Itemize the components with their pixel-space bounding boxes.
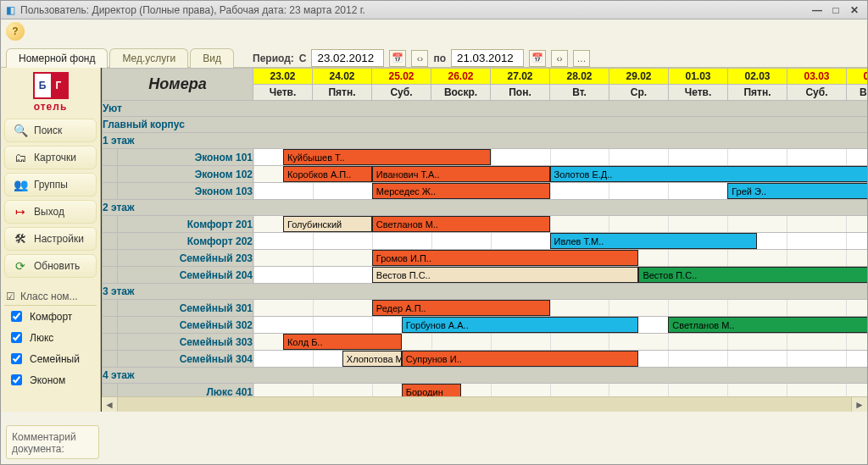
calendar-from-icon[interactable]: 📅: [389, 50, 406, 67]
booking-bar[interactable]: Голубинский: [283, 216, 372, 232]
horizontal-scrollbar[interactable]: ◄ ►: [102, 396, 867, 412]
date-to-input[interactable]: [451, 49, 524, 67]
close-button[interactable]: ✕: [847, 4, 862, 16]
timeline-row[interactable]: Громов И.П..Сос: [253, 250, 868, 267]
calendar-to-icon[interactable]: 📅: [529, 50, 546, 67]
timeline-row[interactable]: Куйбышев Т..: [253, 149, 868, 166]
date-header[interactable]: 01.03: [669, 69, 728, 85]
filter-item[interactable]: Эконом: [4, 369, 97, 390]
booking-bar[interactable]: Светланов М..: [372, 216, 550, 232]
filter-header[interactable]: Класс ном...: [20, 291, 78, 302]
booking-bar[interactable]: Светланов М..: [668, 317, 867, 333]
date-header[interactable]: 27.02: [491, 69, 550, 85]
minimize-button[interactable]: —: [810, 4, 825, 16]
room-checkbox-cell[interactable]: [103, 149, 118, 166]
filter-checkbox[interactable]: [11, 374, 22, 385]
filter-item[interactable]: Комфорт: [4, 306, 97, 327]
booking-bar[interactable]: Вестов П.С..: [638, 267, 867, 283]
date-header[interactable]: 03.03: [787, 69, 847, 85]
scroll-right-icon[interactable]: ►: [852, 397, 867, 412]
date-header[interactable]: 28.02: [550, 69, 609, 85]
room-name[interactable]: Комфорт 202: [118, 233, 253, 250]
date-header[interactable]: 29.02: [609, 69, 669, 85]
filter-checkbox[interactable]: [11, 353, 22, 364]
tab-med-services[interactable]: Мед.услуги: [109, 48, 188, 68]
room-name[interactable]: Семейный 204: [118, 267, 253, 284]
nav-from-icon[interactable]: ‹›: [411, 50, 428, 67]
room-name[interactable]: Эконом 103: [118, 183, 253, 200]
room-checkbox-cell[interactable]: [103, 300, 118, 317]
refresh-button[interactable]: ⟳Обновить: [4, 254, 97, 278]
maximize-button[interactable]: □: [828, 4, 843, 16]
booking-bar[interactable]: Горбунов А.А..: [402, 317, 639, 333]
timeline-row[interactable]: Бородин: [253, 384, 868, 397]
date-from-input[interactable]: [311, 49, 384, 67]
tab-rooms[interactable]: Номерной фонд: [6, 48, 108, 68]
timeline-row[interactable]: Редер А.П..: [253, 300, 868, 317]
booking-bar[interactable]: Иванович Т.А..: [372, 166, 550, 182]
room-checkbox-cell[interactable]: [103, 334, 118, 351]
tab-view[interactable]: Вид: [190, 48, 234, 68]
booking-bar[interactable]: Мерседес Ж..: [372, 183, 550, 199]
booking-bar[interactable]: Хлопотова М: [342, 351, 402, 367]
date-header[interactable]: 04.03: [847, 69, 868, 85]
booking-bar[interactable]: Бородин: [402, 384, 461, 396]
filter-check-icon[interactable]: ☑: [6, 291, 15, 302]
date-header[interactable]: 25.02: [372, 69, 431, 85]
room-name[interactable]: Семейный 303: [118, 334, 253, 351]
date-header[interactable]: 02.03: [728, 69, 787, 85]
filter-item[interactable]: Семейный: [4, 348, 97, 369]
booking-bar[interactable]: Колд Б..: [283, 334, 402, 350]
room-name[interactable]: Эконом 101: [118, 149, 253, 166]
room-checkbox-cell[interactable]: [103, 166, 118, 183]
date-header[interactable]: 26.02: [431, 69, 491, 85]
timeline-row[interactable]: Мерседес Ж..Грей Э..: [253, 183, 868, 200]
scroll-left-icon[interactable]: ◄: [102, 397, 117, 412]
settings-button[interactable]: 🛠Настройки: [4, 227, 97, 251]
filter-checkbox[interactable]: [11, 311, 22, 322]
booking-bar[interactable]: Вестов П.С..: [372, 267, 639, 283]
toolbar: ? Номерной фонд Мед.услуги Вид Период: С…: [1, 19, 867, 68]
room-checkbox-cell[interactable]: [103, 233, 118, 250]
room-name[interactable]: Семейный 301: [118, 300, 253, 317]
booking-bar[interactable]: Громов И.П..: [372, 250, 639, 266]
booking-bar[interactable]: Ивлев Т.М..: [550, 233, 758, 249]
booking-bar[interactable]: Коробков А.П..: [283, 166, 372, 182]
timeline-row[interactable]: Ивлев Т.М..: [253, 233, 868, 250]
search-button[interactable]: 🔍Поиск: [4, 119, 97, 142]
room-name[interactable]: Люкс 401: [118, 384, 253, 397]
nav-to-icon[interactable]: ‹›: [551, 50, 568, 67]
booking-bar[interactable]: Грей Э..: [727, 183, 867, 199]
room-checkbox-cell[interactable]: [103, 183, 118, 200]
room-checkbox-cell[interactable]: [103, 317, 118, 334]
date-header[interactable]: 24.02: [313, 69, 372, 85]
room-checkbox-cell[interactable]: [103, 216, 118, 233]
room-checkbox-cell[interactable]: [103, 267, 118, 284]
date-header[interactable]: 23.02: [253, 69, 313, 85]
room-name[interactable]: Семейный 302: [118, 317, 253, 334]
exit-button[interactable]: ↦Выход: [4, 200, 97, 224]
timeline-row[interactable]: ГолубинскийСветланов М..: [253, 216, 868, 233]
timeline-row[interactable]: Хлопотова МСупрунов И..: [253, 351, 868, 368]
filter-item[interactable]: Люкс: [4, 327, 97, 348]
booking-bar[interactable]: Редер А.П..: [372, 300, 550, 316]
room-name[interactable]: Комфорт 201: [118, 216, 253, 233]
booking-bar[interactable]: Золотов Е.Д..: [550, 166, 867, 182]
help-icon[interactable]: ?: [6, 22, 25, 41]
more-period-icon[interactable]: …: [573, 50, 590, 67]
filter-checkbox[interactable]: [11, 332, 22, 343]
timeline-row[interactable]: Горбунов А.А..Светланов М..: [253, 317, 868, 334]
timeline-row[interactable]: Вестов П.С..Вестов П.С..: [253, 267, 868, 284]
room-checkbox-cell[interactable]: [103, 384, 118, 397]
room-checkbox-cell[interactable]: [103, 250, 118, 267]
cards-button[interactable]: 🗂Карточки: [4, 146, 97, 169]
room-name[interactable]: Семейный 203: [118, 250, 253, 267]
room-name[interactable]: Эконом 102: [118, 166, 253, 183]
booking-bar[interactable]: Куйбышев Т..: [283, 149, 491, 165]
room-name[interactable]: Семейный 304: [118, 351, 253, 368]
booking-bar[interactable]: Супрунов И..: [402, 351, 639, 367]
timeline-row[interactable]: Коробков А.П..Иванович Т.А..Золотов Е.Д.…: [253, 166, 868, 183]
groups-button[interactable]: 👥Группы: [4, 173, 97, 197]
room-checkbox-cell[interactable]: [103, 351, 118, 368]
timeline-row[interactable]: Колд Б..: [253, 334, 868, 351]
